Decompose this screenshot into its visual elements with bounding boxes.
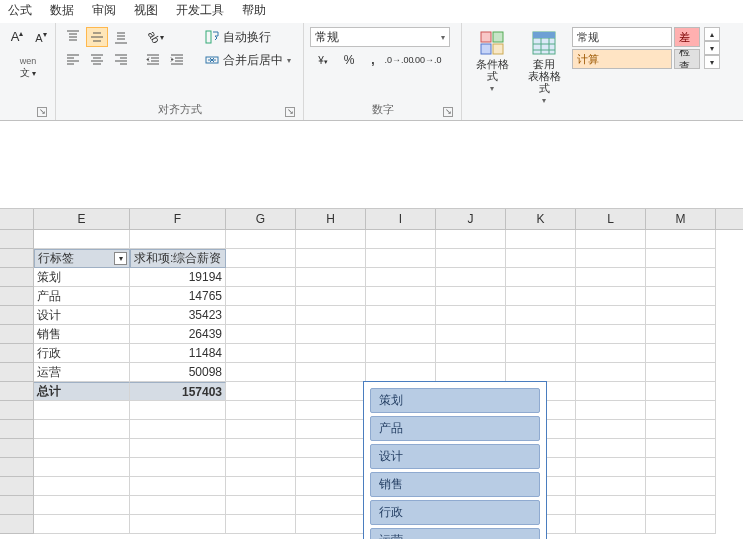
gallery-down-button[interactable]: ▾ xyxy=(704,41,720,55)
cell[interactable]: 行政 xyxy=(34,344,130,363)
cell[interactable] xyxy=(646,306,716,325)
cell[interactable] xyxy=(34,515,130,534)
alignment-launcher-icon[interactable]: ↘ xyxy=(285,107,295,117)
cell[interactable] xyxy=(436,249,506,268)
decrease-indent-button[interactable] xyxy=(142,50,164,70)
menu-data[interactable]: 数据 xyxy=(50,2,74,19)
column-header[interactable]: F xyxy=(130,209,226,229)
cell[interactable] xyxy=(226,439,296,458)
cell[interactable] xyxy=(646,287,716,306)
cell[interactable] xyxy=(436,230,506,249)
gallery-more-button[interactable]: ▾ xyxy=(704,55,720,69)
cell[interactable]: 19194 xyxy=(130,268,226,287)
row-header[interactable] xyxy=(0,344,34,363)
cell[interactable] xyxy=(226,306,296,325)
menu-review[interactable]: 审阅 xyxy=(92,2,116,19)
menu-devtools[interactable]: 开发工具 xyxy=(176,2,224,19)
cell[interactable] xyxy=(296,306,366,325)
cell[interactable] xyxy=(366,230,436,249)
style-check[interactable]: 检查 xyxy=(674,49,700,69)
cell[interactable]: 总计 xyxy=(34,382,130,401)
cell[interactable] xyxy=(296,249,366,268)
cell[interactable] xyxy=(130,458,226,477)
increase-font-button[interactable]: A▴ xyxy=(6,27,28,47)
cell[interactable] xyxy=(646,249,716,268)
cell[interactable]: 策划 xyxy=(34,268,130,287)
cell[interactable] xyxy=(576,515,646,534)
cell[interactable] xyxy=(226,344,296,363)
column-header[interactable]: J xyxy=(436,209,506,229)
cell[interactable] xyxy=(226,401,296,420)
cell[interactable] xyxy=(366,306,436,325)
cell[interactable] xyxy=(226,287,296,306)
cell[interactable] xyxy=(226,477,296,496)
cell[interactable] xyxy=(296,477,366,496)
select-all-corner[interactable] xyxy=(0,209,34,229)
slicer-item[interactable]: 行政 xyxy=(370,500,540,525)
cell[interactable] xyxy=(576,496,646,515)
cell[interactable] xyxy=(436,363,506,382)
cell[interactable] xyxy=(646,344,716,363)
cell[interactable] xyxy=(646,458,716,477)
row-header[interactable] xyxy=(0,382,34,401)
cell[interactable] xyxy=(130,496,226,515)
cell[interactable] xyxy=(646,363,716,382)
cell[interactable] xyxy=(296,420,366,439)
cell[interactable] xyxy=(296,363,366,382)
number-launcher-icon[interactable]: ↘ xyxy=(443,107,453,117)
cell[interactable] xyxy=(366,344,436,363)
cell[interactable] xyxy=(296,515,366,534)
cell[interactable] xyxy=(130,477,226,496)
cell[interactable]: 26439 xyxy=(130,325,226,344)
cell[interactable] xyxy=(646,325,716,344)
row-header[interactable] xyxy=(0,306,34,325)
align-bottom-button[interactable] xyxy=(110,27,132,47)
cell[interactable] xyxy=(576,306,646,325)
cell[interactable]: 50098 xyxy=(130,363,226,382)
row-header[interactable] xyxy=(0,249,34,268)
slicer-item[interactable]: 销售 xyxy=(370,472,540,497)
style-bad[interactable]: 差 xyxy=(674,27,700,47)
cell[interactable]: 11484 xyxy=(130,344,226,363)
row-header[interactable] xyxy=(0,363,34,382)
align-center-button[interactable] xyxy=(86,50,108,70)
cell[interactable] xyxy=(34,496,130,515)
row-header[interactable] xyxy=(0,287,34,306)
cell[interactable]: 157403 xyxy=(130,382,226,401)
row-header[interactable] xyxy=(0,477,34,496)
orientation-button[interactable]: ab▾ xyxy=(142,27,170,47)
cell[interactable] xyxy=(506,230,576,249)
cell[interactable]: 14765 xyxy=(130,287,226,306)
cell[interactable] xyxy=(296,382,366,401)
cell[interactable] xyxy=(34,420,130,439)
cell[interactable]: 求和项:综合薪资 xyxy=(130,249,226,268)
cell[interactable] xyxy=(576,363,646,382)
cell[interactable] xyxy=(366,325,436,344)
cell[interactable]: 销售 xyxy=(34,325,130,344)
number-format-select[interactable]: 常规 ▾ xyxy=(310,27,450,47)
column-header[interactable]: I xyxy=(366,209,436,229)
cell[interactable] xyxy=(226,230,296,249)
cell[interactable] xyxy=(34,401,130,420)
cell[interactable] xyxy=(296,268,366,287)
font-launcher-icon[interactable]: ↘ xyxy=(37,107,47,117)
percent-button[interactable]: % xyxy=(338,50,360,70)
cell[interactable] xyxy=(436,268,506,287)
cell[interactable] xyxy=(646,230,716,249)
row-header[interactable] xyxy=(0,268,34,287)
cell[interactable] xyxy=(296,458,366,477)
merge-center-button[interactable]: 合并后居中 ▾ xyxy=(200,50,296,70)
phonetic-guide-button[interactable]: wen 文 ▾ xyxy=(6,49,50,87)
cell[interactable] xyxy=(506,363,576,382)
cell[interactable] xyxy=(366,249,436,268)
cell[interactable] xyxy=(296,401,366,420)
conditional-format-button[interactable]: 条件格式 ▾ xyxy=(468,27,516,96)
cell[interactable]: 运营 xyxy=(34,363,130,382)
slicer-panel[interactable]: 策划产品设计销售行政运营 xyxy=(363,381,547,539)
cell[interactable] xyxy=(646,382,716,401)
cell[interactable] xyxy=(646,420,716,439)
cell[interactable] xyxy=(34,458,130,477)
cell[interactable] xyxy=(226,420,296,439)
cell[interactable] xyxy=(506,249,576,268)
cell[interactable] xyxy=(226,496,296,515)
